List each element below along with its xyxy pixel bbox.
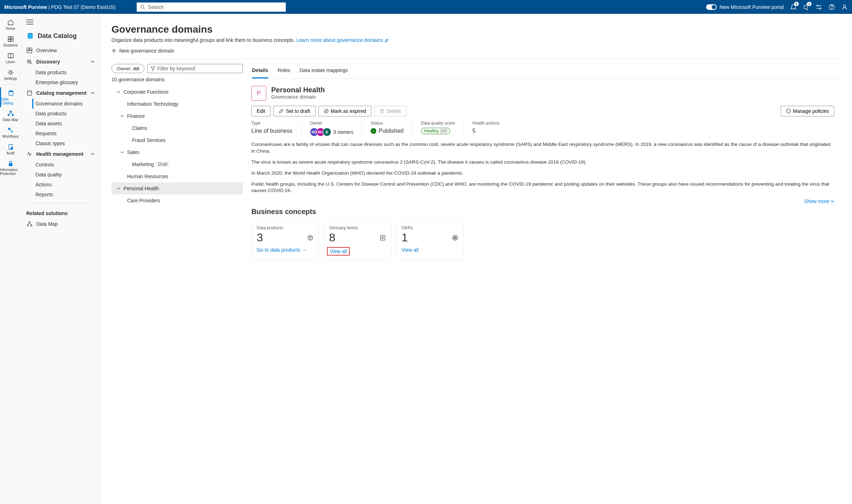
- card-glossary-terms: Glossary terms 8 View all: [324, 221, 391, 260]
- tree-care-providers[interactable]: Care Providers: [111, 195, 243, 207]
- rail-home[interactable]: Home: [0, 17, 21, 33]
- whatsnew-badge: 1: [807, 2, 812, 6]
- chevron-down-icon: [120, 150, 124, 154]
- nav-data-map[interactable]: Data Map: [21, 218, 100, 230]
- card-dp-link[interactable]: Go to data products →: [257, 247, 307, 253]
- svg-point-19: [12, 114, 13, 116]
- page-title: Governance domains: [111, 24, 841, 35]
- manage-policies-button[interactable]: Manage policies: [781, 106, 834, 116]
- tree-sales[interactable]: Sales: [111, 146, 243, 158]
- rail-settings[interactable]: Settings: [0, 67, 21, 83]
- domain-title: Personal Health: [271, 86, 325, 94]
- tab-roles[interactable]: Roles: [278, 64, 290, 78]
- description: Coronaviruses are a family of viruses th…: [251, 141, 834, 194]
- tree-marketing[interactable]: MarketingDraft: [111, 158, 243, 170]
- help-icon[interactable]: [829, 4, 835, 10]
- nav-overview[interactable]: Overview: [21, 45, 100, 56]
- whats-new-icon[interactable]: 1: [803, 4, 809, 10]
- new-domain-button[interactable]: New governance domain: [111, 43, 841, 59]
- expired-icon: [324, 109, 329, 114]
- edit-button[interactable]: Edit: [251, 106, 271, 116]
- business-concepts-heading: Business concepts: [251, 208, 834, 216]
- toggle-switch[interactable]: [706, 4, 717, 10]
- ha-value: 5: [473, 128, 499, 134]
- tree-corporate-functions[interactable]: Corporate Functions: [111, 86, 243, 98]
- nav-data-products[interactable]: Data products: [36, 67, 100, 77]
- keyword-filter[interactable]: Filter by keyword: [147, 64, 243, 73]
- svg-point-2: [817, 5, 818, 6]
- tree-finance[interactable]: Finance: [111, 110, 243, 122]
- nav-data-assets[interactable]: Data assets: [36, 119, 100, 128]
- svg-point-53: [455, 237, 456, 238]
- type-label: Type: [251, 121, 293, 126]
- tree-claims[interactable]: Claims: [111, 122, 243, 134]
- plus-icon: [111, 48, 116, 53]
- nav-data-quality[interactable]: Data quality: [36, 170, 100, 180]
- svg-point-15: [10, 71, 12, 73]
- card-gt-num: 8: [329, 231, 335, 244]
- dq-value: Healthy100: [421, 128, 455, 134]
- svg-rect-12: [11, 37, 13, 39]
- nav-reports[interactable]: Reports: [36, 190, 100, 199]
- svg-rect-31: [27, 48, 29, 50]
- policies-icon: [786, 109, 791, 114]
- svg-rect-32: [30, 48, 32, 50]
- rail-solutions[interactable]: Solutions: [0, 33, 21, 49]
- nav-controls[interactable]: Controls: [36, 160, 100, 170]
- tree-personal-health[interactable]: Personal Health: [111, 182, 243, 195]
- chevron-up-icon: [91, 152, 95, 156]
- svg-line-36: [31, 63, 32, 64]
- nav-data-products-2[interactable]: Data products: [36, 109, 100, 119]
- owner-filter[interactable]: Owner: All: [111, 64, 144, 73]
- chevron-down-icon: [116, 186, 121, 191]
- nav-catalog-management[interactable]: Catalog management: [21, 87, 100, 99]
- detail-tabs: Details Roles Data estate mappings: [251, 64, 841, 79]
- notifications-icon[interactable]: 5: [790, 4, 797, 10]
- domain-list-panel: Owner: All Filter by keyword 10 governan…: [111, 64, 243, 504]
- portal-toggle[interactable]: New Microsoft Purview portal: [706, 4, 784, 10]
- rail-learn[interactable]: Learn: [0, 50, 21, 66]
- rail-workflows[interactable]: Workflows: [0, 125, 21, 141]
- tab-details[interactable]: Details: [252, 64, 268, 78]
- global-search[interactable]: Search: [137, 2, 286, 12]
- tree-it[interactable]: Information Technology: [111, 98, 243, 110]
- nav-governance-domains[interactable]: Governance domains: [32, 99, 100, 109]
- settings-icon[interactable]: [816, 4, 822, 10]
- tree-hr[interactable]: Human Resources: [111, 170, 243, 182]
- show-more-link[interactable]: Show more: [251, 198, 834, 204]
- rail-audit[interactable]: Audit: [0, 141, 21, 157]
- list-icon: [379, 235, 386, 241]
- brand-name: Microsoft Purview: [4, 4, 47, 10]
- set-draft-button[interactable]: Set to draft: [273, 106, 315, 116]
- trash-icon: [379, 109, 384, 114]
- chevron-up-icon: [91, 60, 95, 64]
- tab-data-estate[interactable]: Data estate mappings: [300, 64, 348, 78]
- card-dp-num: 3: [257, 231, 263, 244]
- svg-rect-33: [27, 51, 32, 53]
- svg-point-38: [29, 221, 30, 223]
- nav-requests[interactable]: Requests: [36, 128, 100, 138]
- account-icon[interactable]: [841, 4, 848, 10]
- card-gt-label: Glossary terms: [329, 225, 386, 230]
- learn-more-link[interactable]: Learn more about governance domains: [296, 37, 388, 43]
- mark-expired-button[interactable]: Mark as expired: [318, 106, 372, 116]
- rail-data-catalog[interactable]: Data Catalog: [0, 87, 21, 107]
- account-name: | PDG Test 07 (Demo EastUS): [48, 4, 115, 10]
- nav-health-management[interactable]: Health management: [21, 148, 100, 160]
- target-icon: [452, 235, 458, 241]
- card-gt-link[interactable]: View all: [327, 247, 350, 256]
- svg-rect-13: [8, 39, 10, 42]
- card-okr-link[interactable]: View all: [402, 247, 419, 253]
- nav-enterprise-glossary[interactable]: Enterprise glossary: [36, 77, 100, 87]
- nav-classic-types[interactable]: Classic types: [36, 138, 100, 148]
- rail-data-map[interactable]: Data Map: [0, 108, 21, 124]
- card-okr-label: OKRs: [402, 225, 458, 230]
- data-catalog-icon: [26, 32, 34, 40]
- nav-discovery[interactable]: Discovery: [21, 56, 100, 67]
- hamburger-icon[interactable]: [26, 20, 33, 24]
- rail-info-protection[interactable]: Information Protection: [0, 158, 21, 178]
- svg-point-17: [10, 111, 11, 112]
- brand: Microsoft Purview | PDG Test 07 (Demo Ea…: [4, 4, 115, 10]
- tree-fraud[interactable]: Fraud Services: [111, 134, 243, 146]
- nav-actions[interactable]: Actions: [36, 180, 100, 190]
